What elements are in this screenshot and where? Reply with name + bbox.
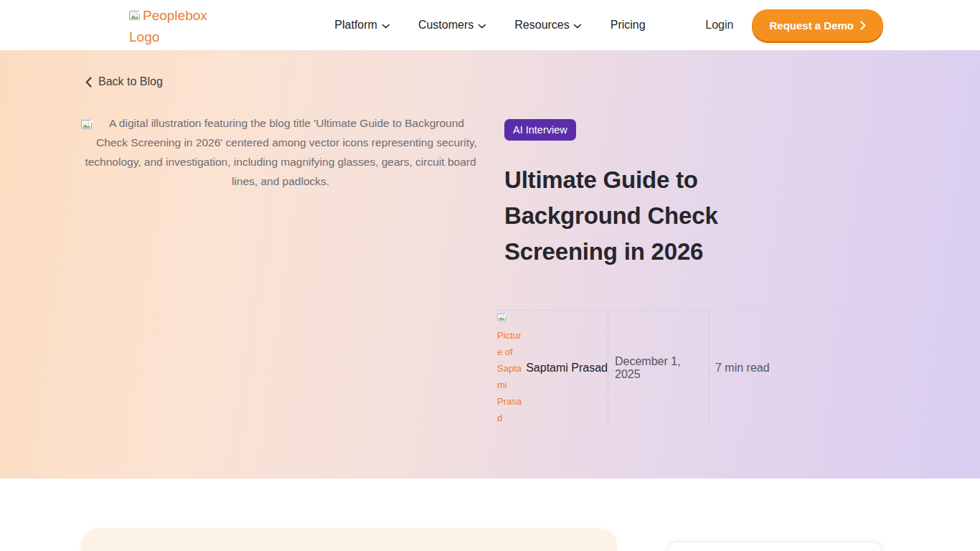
article-body-section	[0, 479, 980, 551]
featured-image-placeholder: A digital illustration featuring the blo…	[81, 113, 480, 191]
author-avatar-placeholder: Picture of Saptami Prasad	[497, 309, 523, 426]
nav-item-label: Pricing	[611, 19, 646, 32]
sidebar-card	[667, 542, 882, 551]
back-to-blog-label: Back to Blog	[98, 75, 163, 88]
chevron-left-icon	[85, 77, 92, 88]
broken-image-icon	[81, 117, 93, 136]
featured-image-alt-text: A digital illustration featuring the blo…	[85, 117, 476, 187]
top-navbar: Peoplebox Logo Platform Customers Resour…	[0, 0, 980, 50]
request-demo-label: Request a Demo	[769, 19, 854, 32]
nav-item-label: Customers	[418, 19, 473, 32]
request-demo-button[interactable]: Request a Demo	[752, 9, 883, 41]
nav-item-customers[interactable]: Customers	[418, 19, 486, 32]
chevron-down-icon	[478, 24, 486, 29]
login-link[interactable]: Login	[705, 19, 733, 32]
chevron-right-icon	[860, 21, 866, 30]
back-to-blog-link[interactable]: Back to Blog	[85, 75, 163, 88]
read-time: 7 min read	[709, 311, 770, 425]
nav-item-resources[interactable]: Resources	[514, 19, 581, 32]
article-intro-card	[81, 529, 617, 551]
broken-image-icon	[129, 9, 141, 24]
author-name: Saptami Prasad	[526, 362, 608, 375]
nav-item-platform[interactable]: Platform	[334, 19, 390, 32]
publish-date: December 1, 2025	[608, 311, 709, 425]
nav-item-label: Platform	[334, 19, 377, 32]
avatar-alt-text: Picture of Saptami Prasad	[497, 330, 522, 423]
nav-item-label: Resources	[514, 19, 569, 32]
main-menu: Platform Customers Resources Pricing	[334, 19, 645, 32]
chevron-down-icon	[382, 24, 390, 29]
post-title: Ultimate Guide to Background Check Scree…	[504, 162, 784, 270]
nav-item-pricing[interactable]: Pricing	[611, 19, 646, 32]
category-badge[interactable]: AI Interview	[504, 119, 576, 141]
blog-hero-section: Back to Blog A digital illustration feat…	[0, 50, 980, 479]
post-meta-row: Picture of Saptami Prasad Saptami Prasad…	[495, 311, 892, 425]
author-cell: Picture of Saptami Prasad Saptami Prasad	[495, 311, 608, 425]
broken-image-icon	[497, 314, 507, 324]
logo[interactable]: Peoplebox Logo	[129, 6, 221, 47]
chevron-down-icon	[574, 24, 582, 29]
